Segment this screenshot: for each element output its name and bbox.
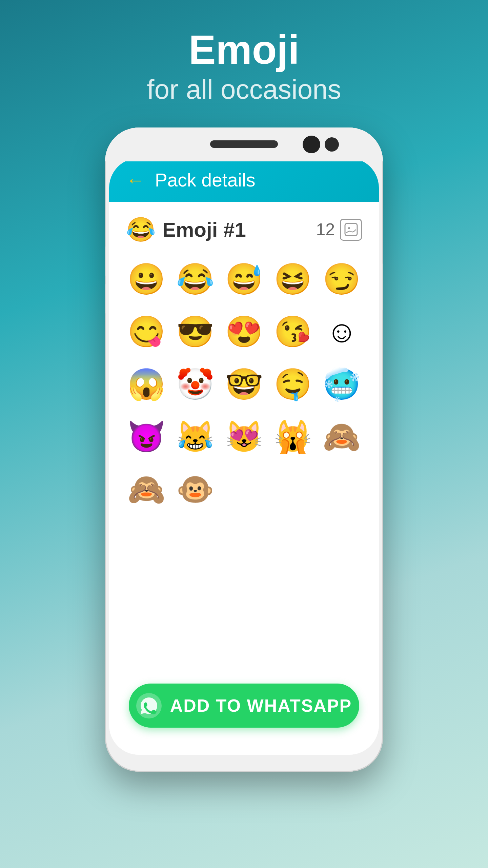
emoji-item[interactable]: ☺️ <box>322 310 362 354</box>
volume-down-button[interactable] <box>105 283 106 314</box>
pack-content: 😂 Emoji #1 12 <box>109 202 379 755</box>
phone-mockup: ← Pack details 😂 Emoji #1 12 <box>105 127 383 772</box>
phone-notch <box>105 127 383 161</box>
pack-header: 😂 Emoji #1 12 <box>126 216 362 243</box>
emoji-item[interactable]: 😆 <box>273 257 313 301</box>
emoji-item[interactable]: 🤡 <box>175 362 215 406</box>
emoji-item[interactable]: 🙈 <box>126 467 166 511</box>
phone-camera-secondary <box>325 137 339 152</box>
svg-point-1 <box>348 227 350 229</box>
phone-speaker <box>210 140 278 148</box>
pack-name: Emoji #1 <box>162 218 246 241</box>
back-button[interactable]: ← <box>126 169 145 191</box>
phone-outer-shell: ← Pack details 😂 Emoji #1 12 <box>105 127 383 772</box>
emoji-item[interactable]: 😎 <box>175 310 215 354</box>
emoji-item[interactable]: 🥶 <box>322 362 362 406</box>
emoji-item[interactable]: 😍 <box>224 310 264 354</box>
emoji-item[interactable]: 🙀 <box>273 415 313 459</box>
add-button-container: ADD TO WHATSAPP <box>129 684 359 728</box>
pack-icon: 😂 <box>126 216 156 243</box>
app-subtitle: for all occasions <box>147 72 341 107</box>
emoji-item[interactable]: 😀 <box>126 257 166 301</box>
add-to-whatsapp-button[interactable]: ADD TO WHATSAPP <box>129 684 359 728</box>
volume-up-button[interactable] <box>105 246 106 277</box>
emoji-item[interactable]: 😅 <box>224 257 264 301</box>
app-title: Emoji <box>147 27 341 72</box>
header-section: Emoji for all occasions <box>147 0 341 107</box>
sticker-pack-icon <box>340 219 362 241</box>
phone-camera-main <box>303 136 320 153</box>
whatsapp-icon <box>136 693 162 718</box>
emoji-item[interactable]: 😂 <box>175 257 215 301</box>
emoji-item[interactable]: 🤤 <box>273 362 313 406</box>
emoji-item[interactable]: 😘 <box>273 310 313 354</box>
emoji-item[interactable]: 😻 <box>224 415 264 459</box>
add-button-text: ADD TO WHATSAPP <box>170 695 352 716</box>
emoji-item[interactable]: 😋 <box>126 310 166 354</box>
emoji-grid: 😀😂😅😆😏😋😎😍😘☺️😱🤡🤓🤤🥶😈😹😻🙀🙈🙈🐵 <box>126 257 362 511</box>
emoji-item[interactable]: 🙈 <box>322 415 362 459</box>
emoji-item[interactable]: 😏 <box>322 257 362 301</box>
emoji-item[interactable]: 😱 <box>126 362 166 406</box>
pack-title-row: 😂 Emoji #1 <box>126 216 246 243</box>
app-bar-title: Pack details <box>155 169 256 191</box>
app-bar: ← Pack details <box>109 158 379 202</box>
power-button[interactable] <box>382 263 383 311</box>
pack-count-area: 12 <box>316 219 362 241</box>
emoji-item[interactable]: 🐵 <box>175 467 215 511</box>
phone-screen: ← Pack details 😂 Emoji #1 12 <box>109 158 379 755</box>
emoji-item[interactable]: 😈 <box>126 415 166 459</box>
emoji-item[interactable]: 😹 <box>175 415 215 459</box>
emoji-item[interactable]: 🤓 <box>224 362 264 406</box>
pack-count: 12 <box>316 220 335 239</box>
